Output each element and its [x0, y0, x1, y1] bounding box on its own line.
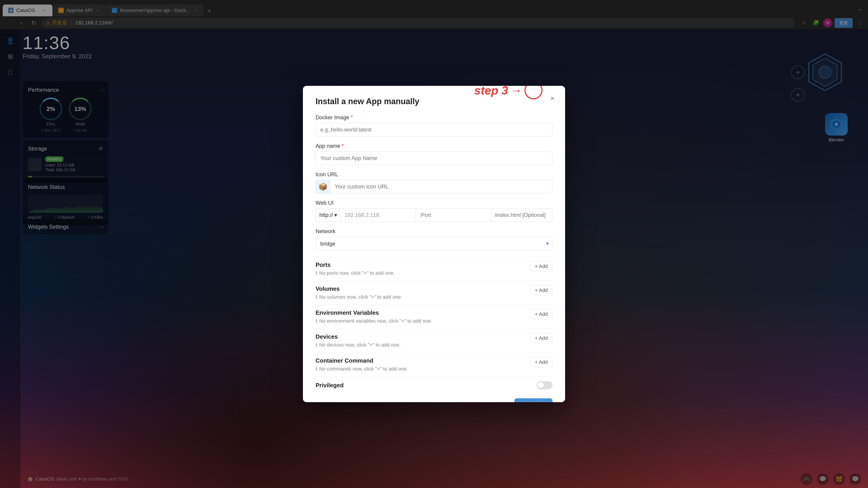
cmd-info: ℹ No commands now, click "+" to add one. [315, 366, 408, 372]
webui-path-input[interactable] [491, 208, 553, 222]
env-title: Environment Variables [315, 309, 432, 316]
webui-protocol-chevron: ▾ [334, 212, 337, 218]
devices-left: Devices ℹ No devices now, click "+" to a… [315, 333, 401, 348]
volumes-info-icon: ℹ [315, 294, 317, 300]
dialog-footer: Install [315, 394, 553, 402]
app-name-group: App name * [315, 143, 553, 165]
webui-protocol-select[interactable]: http:// ▾ [316, 208, 341, 222]
privileged-title: Privileged [315, 382, 344, 389]
volumes-info: ℹ No volumes now, click "+" to add one. [315, 294, 402, 300]
webui-port-input[interactable] [416, 208, 491, 222]
icon-emoji: 📦 [318, 182, 328, 191]
cmd-left: Container Command ℹ No commands now, cli… [315, 357, 408, 372]
devices-add-button[interactable]: + Add [530, 333, 553, 343]
icon-url-group: Icon URL 📦 [315, 171, 553, 193]
install-button[interactable]: Install [515, 398, 553, 402]
step3-text: step 3 [474, 86, 508, 97]
ports-left: Ports ℹ No ports now, click "+" to add o… [315, 261, 395, 276]
cmd-title: Container Command [315, 357, 408, 364]
ports-add-button[interactable]: + Add [530, 261, 553, 271]
app-name-input[interactable] [315, 151, 553, 165]
privileged-section: Privileged [315, 377, 553, 394]
install-dialog: step 3 → × Install a new App manually Do… [303, 86, 565, 402]
modal-overlay: step 3 → × Install a new App manually Do… [0, 0, 868, 488]
docker-image-required: * [350, 114, 352, 121]
devices-empty-text: No devices now, click "+" to add one. [319, 342, 401, 348]
toggle-knob [537, 382, 544, 388]
devices-title: Devices [315, 333, 401, 340]
webui-group: Web UI http:// ▾ [315, 200, 553, 222]
ports-info-icon: ℹ [315, 270, 317, 276]
icon-url-row: 📦 [315, 180, 553, 193]
network-select[interactable]: bridge host none [315, 237, 553, 250]
network-group: Network bridge host none ▾ [315, 228, 553, 250]
env-info: ℹ No environment variables now, click "+… [315, 318, 432, 324]
docker-image-group: Docker Image * [315, 114, 553, 136]
cmd-add-button[interactable]: + Add [530, 357, 553, 367]
app-name-required: * [342, 143, 344, 149]
step3-arrow-icon: → [510, 86, 522, 97]
devices-info: ℹ No devices now, click "+" to add one. [315, 342, 401, 348]
privileged-toggle[interactable] [537, 381, 553, 389]
ports-info: ℹ No ports now, click "+" to add one. [315, 270, 395, 276]
volumes-empty-text: No volumes now, click "+" to add one. [319, 294, 402, 300]
devices-info-icon: ℹ [315, 342, 317, 348]
icon-preview: 📦 [316, 180, 330, 193]
env-section: Environment Variables ℹ No environment v… [315, 304, 553, 328]
env-info-icon: ℹ [315, 318, 317, 324]
volumes-left: Volumes ℹ No volumes now, click "+" to a… [315, 285, 402, 300]
app-name-label: App name * [315, 143, 553, 149]
devices-section: Devices ℹ No devices now, click "+" to a… [315, 328, 553, 352]
cmd-empty-text: No commands now, click "+" to add one. [319, 366, 408, 372]
ports-title: Ports [315, 261, 395, 268]
cmd-info-icon: ℹ [315, 366, 317, 372]
volumes-section: Volumes ℹ No volumes now, click "+" to a… [315, 281, 553, 304]
icon-url-label: Icon URL [315, 171, 553, 177]
webui-row: http:// ▾ [315, 208, 553, 222]
icon-url-input[interactable] [330, 184, 552, 190]
webui-label: Web UI [315, 200, 553, 206]
env-empty-text: No environment variables now, click "+" … [319, 318, 432, 324]
volumes-title: Volumes [315, 285, 402, 292]
ports-section: Ports ℹ No ports now, click "+" to add o… [315, 257, 553, 281]
dialog-close-button[interactable]: × [546, 92, 559, 105]
network-select-wrapper: bridge host none ▾ [315, 237, 553, 250]
cmd-section: Container Command ℹ No commands now, cli… [315, 352, 553, 377]
network-label: Network [315, 228, 553, 234]
webui-protocol-text: http:// [319, 212, 333, 218]
ports-empty-text: No ports now, click "+" to add one. [319, 270, 395, 276]
volumes-add-button[interactable]: + Add [530, 285, 553, 295]
webui-ip-input[interactable] [341, 208, 416, 222]
docker-image-input[interactable] [315, 123, 553, 136]
dialog-title: Install a new App manually [315, 97, 553, 106]
env-add-button[interactable]: + Add [530, 309, 553, 319]
env-left: Environment Variables ℹ No environment v… [315, 309, 432, 324]
docker-image-label: Docker Image * [315, 114, 553, 121]
